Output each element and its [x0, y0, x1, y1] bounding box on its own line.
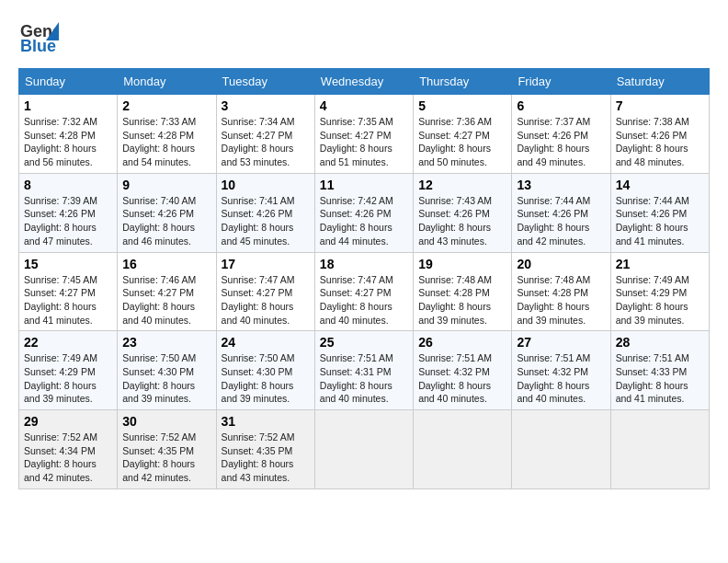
cell-info: Sunrise: 7:49 AM Sunset: 4:29 PM Dayligh… — [24, 351, 112, 406]
cell-info: Sunrise: 7:49 AM Sunset: 4:29 PM Dayligh… — [616, 273, 704, 327]
day-number: 29 — [24, 414, 112, 429]
calendar-week-row: 29 Sunrise: 7:52 AM Sunset: 4:34 PM Dayl… — [19, 410, 710, 489]
day-number: 10 — [222, 178, 310, 192]
day-number: 25 — [320, 335, 408, 350]
day-number: 17 — [222, 257, 310, 271]
calendar-cell: 10 Sunrise: 7:41 AM Sunset: 4:26 PM Dayl… — [216, 173, 314, 252]
day-number: 30 — [122, 414, 210, 429]
day-number: 22 — [24, 335, 112, 350]
day-number: 23 — [122, 335, 210, 350]
calendar-cell: 29 Sunrise: 7:52 AM Sunset: 4:34 PM Dayl… — [19, 410, 118, 489]
calendar-week-row: 22 Sunrise: 7:49 AM Sunset: 4:29 PM Dayl… — [19, 331, 710, 410]
day-number: 6 — [517, 98, 605, 113]
day-number: 20 — [517, 257, 605, 271]
cell-info: Sunrise: 7:51 AM Sunset: 4:33 PM Dayligh… — [616, 351, 704, 406]
calendar-cell: 13 Sunrise: 7:44 AM Sunset: 4:26 PM Dayl… — [512, 173, 610, 252]
calendar-cell: 6 Sunrise: 7:37 AM Sunset: 4:26 PM Dayli… — [512, 95, 610, 174]
calendar-cell: 31 Sunrise: 7:52 AM Sunset: 4:35 PM Dayl… — [216, 410, 314, 489]
day-number: 1 — [24, 98, 112, 113]
calendar-day-header: Wednesday — [314, 69, 413, 95]
cell-info: Sunrise: 7:48 AM Sunset: 4:28 PM Dayligh… — [418, 273, 506, 327]
day-number: 13 — [517, 178, 605, 192]
cell-info: Sunrise: 7:41 AM Sunset: 4:26 PM Dayligh… — [222, 194, 310, 248]
calendar-cell: 20 Sunrise: 7:48 AM Sunset: 4:28 PM Dayl… — [512, 252, 610, 331]
cell-info: Sunrise: 7:48 AM Sunset: 4:28 PM Dayligh… — [517, 273, 605, 327]
calendar-week-row: 1 Sunrise: 7:32 AM Sunset: 4:28 PM Dayli… — [19, 95, 710, 174]
calendar-cell — [512, 410, 610, 489]
calendar-cell: 8 Sunrise: 7:39 AM Sunset: 4:26 PM Dayli… — [19, 173, 118, 252]
calendar-cell: 18 Sunrise: 7:47 AM Sunset: 4:27 PM Dayl… — [314, 252, 413, 331]
day-number: 31 — [222, 414, 310, 429]
day-number: 8 — [24, 178, 112, 192]
cell-info: Sunrise: 7:32 AM Sunset: 4:28 PM Dayligh… — [24, 115, 112, 169]
calendar-cell: 11 Sunrise: 7:42 AM Sunset: 4:26 PM Dayl… — [314, 173, 413, 252]
calendar-week-row: 8 Sunrise: 7:39 AM Sunset: 4:26 PM Dayli… — [19, 173, 710, 252]
cell-info: Sunrise: 7:44 AM Sunset: 4:26 PM Dayligh… — [616, 194, 704, 248]
cell-info: Sunrise: 7:42 AM Sunset: 4:26 PM Dayligh… — [320, 194, 408, 248]
calendar-cell: 12 Sunrise: 7:43 AM Sunset: 4:26 PM Dayl… — [414, 173, 512, 252]
day-number: 2 — [122, 98, 210, 113]
cell-info: Sunrise: 7:52 AM Sunset: 4:34 PM Dayligh… — [24, 431, 112, 485]
cell-info: Sunrise: 7:43 AM Sunset: 4:26 PM Dayligh… — [418, 194, 506, 248]
calendar-cell — [414, 410, 512, 489]
calendar-cell: 14 Sunrise: 7:44 AM Sunset: 4:26 PM Dayl… — [610, 173, 709, 252]
cell-info: Sunrise: 7:47 AM Sunset: 4:27 PM Dayligh… — [222, 273, 310, 327]
calendar-cell: 5 Sunrise: 7:36 AM Sunset: 4:27 PM Dayli… — [414, 95, 512, 174]
cell-info: Sunrise: 7:40 AM Sunset: 4:26 PM Dayligh… — [122, 194, 210, 248]
calendar-cell: 4 Sunrise: 7:35 AM Sunset: 4:27 PM Dayli… — [314, 95, 413, 174]
day-number: 11 — [320, 178, 408, 192]
calendar-day-header: Sunday — [19, 69, 118, 95]
cell-info: Sunrise: 7:34 AM Sunset: 4:27 PM Dayligh… — [222, 115, 310, 169]
calendar-cell — [314, 410, 413, 489]
day-number: 26 — [418, 335, 506, 350]
calendar-cell — [610, 410, 709, 489]
cell-info: Sunrise: 7:33 AM Sunset: 4:28 PM Dayligh… — [122, 115, 210, 169]
calendar-day-header: Saturday — [610, 69, 709, 95]
day-number: 3 — [222, 98, 310, 113]
calendar-cell: 7 Sunrise: 7:38 AM Sunset: 4:26 PM Dayli… — [610, 95, 709, 174]
day-number: 7 — [616, 98, 704, 113]
cell-info: Sunrise: 7:47 AM Sunset: 4:27 PM Dayligh… — [320, 273, 408, 327]
calendar-day-header: Monday — [118, 69, 216, 95]
calendar-header-row: SundayMondayTuesdayWednesdayThursdayFrid… — [19, 69, 710, 95]
cell-info: Sunrise: 7:45 AM Sunset: 4:27 PM Dayligh… — [24, 273, 112, 327]
calendar-cell: 19 Sunrise: 7:48 AM Sunset: 4:28 PM Dayl… — [414, 252, 512, 331]
calendar-cell: 9 Sunrise: 7:40 AM Sunset: 4:26 PM Dayli… — [118, 173, 216, 252]
calendar-cell: 22 Sunrise: 7:49 AM Sunset: 4:29 PM Dayl… — [19, 331, 118, 410]
calendar-cell: 15 Sunrise: 7:45 AM Sunset: 4:27 PM Dayl… — [19, 252, 118, 331]
day-number: 18 — [320, 257, 408, 271]
calendar-day-header: Friday — [512, 69, 610, 95]
calendar-cell: 21 Sunrise: 7:49 AM Sunset: 4:29 PM Dayl… — [610, 252, 709, 331]
calendar-cell: 17 Sunrise: 7:47 AM Sunset: 4:27 PM Dayl… — [216, 252, 314, 331]
cell-info: Sunrise: 7:52 AM Sunset: 4:35 PM Dayligh… — [122, 431, 210, 485]
logo-icon: General Blue — [18, 15, 59, 59]
calendar-cell: 1 Sunrise: 7:32 AM Sunset: 4:28 PM Dayli… — [19, 95, 118, 174]
day-number: 24 — [222, 335, 310, 350]
calendar-week-row: 15 Sunrise: 7:45 AM Sunset: 4:27 PM Dayl… — [19, 252, 710, 331]
calendar-cell: 30 Sunrise: 7:52 AM Sunset: 4:35 PM Dayl… — [118, 410, 216, 489]
day-number: 4 — [320, 98, 408, 113]
calendar-cell: 3 Sunrise: 7:34 AM Sunset: 4:27 PM Dayli… — [216, 95, 314, 174]
cell-info: Sunrise: 7:51 AM Sunset: 4:32 PM Dayligh… — [418, 351, 506, 406]
calendar-cell: 16 Sunrise: 7:46 AM Sunset: 4:27 PM Dayl… — [118, 252, 216, 331]
calendar-cell: 28 Sunrise: 7:51 AM Sunset: 4:33 PM Dayl… — [610, 331, 709, 410]
cell-info: Sunrise: 7:35 AM Sunset: 4:27 PM Dayligh… — [320, 115, 408, 169]
cell-info: Sunrise: 7:50 AM Sunset: 4:30 PM Dayligh… — [122, 351, 210, 406]
cell-info: Sunrise: 7:38 AM Sunset: 4:26 PM Dayligh… — [616, 115, 704, 169]
cell-info: Sunrise: 7:39 AM Sunset: 4:26 PM Dayligh… — [24, 194, 112, 248]
calendar-cell: 2 Sunrise: 7:33 AM Sunset: 4:28 PM Dayli… — [118, 95, 216, 174]
day-number: 21 — [616, 257, 704, 271]
cell-info: Sunrise: 7:50 AM Sunset: 4:30 PM Dayligh… — [222, 351, 310, 406]
calendar-table: SundayMondayTuesdayWednesdayThursdayFrid… — [18, 68, 710, 489]
day-number: 14 — [616, 178, 704, 192]
cell-info: Sunrise: 7:37 AM Sunset: 4:26 PM Dayligh… — [517, 115, 605, 169]
cell-info: Sunrise: 7:44 AM Sunset: 4:26 PM Dayligh… — [517, 194, 605, 248]
calendar-day-header: Tuesday — [216, 69, 314, 95]
day-number: 15 — [24, 257, 112, 271]
day-number: 16 — [122, 257, 210, 271]
cell-info: Sunrise: 7:52 AM Sunset: 4:35 PM Dayligh… — [222, 431, 310, 485]
logo: General Blue — [18, 15, 59, 59]
day-number: 27 — [517, 335, 605, 350]
day-number: 19 — [418, 257, 506, 271]
cell-info: Sunrise: 7:51 AM Sunset: 4:32 PM Dayligh… — [517, 351, 605, 406]
